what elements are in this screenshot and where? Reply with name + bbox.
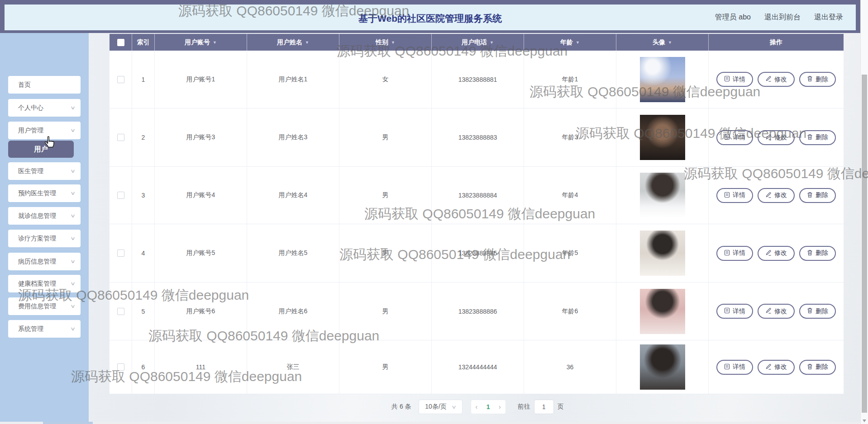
button-label: 删除 (816, 249, 828, 257)
chevron-down-icon: ∨ (70, 259, 76, 264)
delete-button[interactable]: 删除 (799, 130, 836, 145)
sidebar-item-9[interactable]: 费用信息管理∨ (8, 297, 81, 315)
delete-button[interactable]: 删除 (799, 304, 836, 319)
column-header-label: 用户电话 (462, 38, 487, 47)
column-header-5[interactable]: 年龄▼ (524, 34, 616, 51)
table-row: 3用户账号4用户姓名4男13823888884年龄4详情修改删除 (110, 167, 844, 224)
edit-icon (765, 307, 772, 315)
next-page-button[interactable]: › (499, 403, 501, 410)
button-label: 删除 (816, 133, 828, 141)
detail-icon (724, 363, 730, 371)
sidebar-item-1[interactable]: 个人中心∨ (8, 99, 81, 117)
cell-age: 年龄6 (524, 283, 616, 340)
delete-button[interactable]: 删除 (799, 360, 836, 375)
button-label: 删除 (816, 75, 828, 84)
chevron-down-icon: ∨ (70, 105, 76, 111)
pagination-bar: 共 6 条 10条/页 ∨ ‹ 1 › 前往 1 页 (391, 400, 564, 414)
cell-account: 用户账号6 (155, 283, 247, 340)
button-label: 详情 (733, 307, 745, 316)
edit-button[interactable]: 修改 (758, 188, 795, 203)
sidebar-item-7[interactable]: 病历信息管理∨ (8, 253, 81, 270)
logout-link[interactable]: 退出登录 (814, 13, 843, 22)
sidebar-submenu-user[interactable]: 用户 (8, 141, 74, 158)
horizontal-scrollbar[interactable] (0, 422, 860, 424)
exit-to-front-link[interactable]: 退出到前台 (764, 13, 801, 22)
detail-button[interactable]: 详情 (716, 360, 753, 375)
edit-button[interactable]: 修改 (758, 246, 795, 261)
cell-age: 36 (524, 340, 616, 394)
current-page-number[interactable]: 1 (486, 403, 490, 410)
column-header-label: 头像 (653, 38, 665, 47)
delete-button[interactable]: 删除 (799, 188, 836, 203)
detail-button[interactable]: 详情 (716, 188, 753, 203)
row-checkbox[interactable] (117, 76, 124, 83)
sidebar-item-label: 系统管理 (18, 325, 43, 333)
cell-avatar (616, 224, 709, 282)
column-header-6[interactable]: 头像▼ (616, 34, 709, 51)
column-header-3[interactable]: 性别▼ (339, 34, 432, 51)
sidebar-item-2[interactable]: 用户管理∨ (8, 122, 81, 139)
page-size-select[interactable]: 10条/页 ∨ (419, 400, 463, 414)
delete-button[interactable]: 删除 (799, 72, 836, 87)
edit-button[interactable]: 修改 (758, 130, 795, 145)
delete-icon (807, 307, 813, 315)
goto-page-input[interactable]: 1 (534, 400, 554, 414)
prev-page-button[interactable]: ‹ (475, 403, 477, 410)
delete-icon (807, 192, 813, 199)
edit-button[interactable]: 修改 (758, 360, 795, 375)
cell-name: 用户姓名1 (247, 51, 339, 108)
button-label: 修改 (774, 249, 787, 257)
horizontal-scrollbar-thumb[interactable] (43, 422, 93, 424)
sidebar-item-10[interactable]: 系统管理∨ (8, 320, 81, 338)
cell-avatar (616, 340, 709, 394)
chevron-down-icon: ∨ (70, 127, 76, 133)
column-header-2[interactable]: 用户姓名▼ (247, 34, 339, 51)
column-header-1[interactable]: 用户账号▼ (155, 34, 247, 51)
cell-account: 111 (155, 340, 247, 394)
detail-button[interactable]: 详情 (716, 304, 753, 319)
row-checkbox[interactable] (117, 363, 124, 371)
vertical-scrollbar[interactable] (860, 0, 868, 424)
sidebar-item-4[interactable]: 预约医生管理∨ (8, 184, 81, 202)
sidebar-item-5[interactable]: 就诊信息管理∨ (8, 207, 81, 225)
row-checkbox[interactable] (117, 250, 124, 257)
button-label: 删除 (816, 363, 828, 371)
cell-gender: 女 (339, 51, 432, 108)
detail-icon (724, 134, 730, 141)
select-all-checkbox[interactable] (117, 39, 124, 46)
cell-gender: 男 (339, 108, 432, 166)
delete-button[interactable]: 删除 (799, 246, 836, 261)
sidebar-item-8[interactable]: 健康档案管理∨ (8, 275, 81, 292)
column-header-4[interactable]: 用户电话▼ (432, 34, 524, 51)
detail-button[interactable]: 详情 (716, 72, 753, 87)
edit-icon (765, 363, 772, 371)
column-header-label: 操作 (770, 38, 782, 47)
sidebar-item-label: 预约医生管理 (18, 189, 56, 198)
detail-button[interactable]: 详情 (716, 246, 753, 261)
edit-button[interactable]: 修改 (758, 304, 795, 319)
vertical-scrollbar-thumb[interactable] (862, 75, 867, 413)
cell-avatar (616, 51, 709, 108)
cell-index: 5 (132, 283, 155, 340)
scrollbar-down-arrow-icon[interactable] (863, 419, 866, 422)
row-checkbox[interactable] (117, 308, 124, 315)
edit-button[interactable]: 修改 (758, 72, 795, 87)
users-table: 索引用户账号▼用户姓名▼性别▼用户电话▼年龄▼头像▼操作 1用户账号1用户姓名1… (110, 34, 844, 394)
avatar (640, 289, 685, 334)
sidebar-item-3[interactable]: 医生管理∨ (8, 162, 81, 180)
table-row: 2用户账号3用户姓名3男13823888883年龄3详情修改删除 (110, 108, 844, 167)
page-size-value: 10条/页 (425, 403, 446, 411)
detail-button[interactable]: 详情 (716, 130, 753, 145)
cell-age: 年龄4 (524, 167, 616, 224)
sidebar-item-0[interactable]: 首页 (8, 76, 81, 94)
column-header-label: 索引 (137, 38, 150, 47)
sidebar-item-6[interactable]: 诊疗方案管理∨ (8, 230, 81, 247)
column-header-label: 年龄 (560, 38, 573, 47)
sort-caret-icon: ▼ (490, 40, 494, 45)
cell-gender: 男 (339, 283, 432, 340)
row-checkbox[interactable] (117, 192, 124, 199)
sidebar-item-label: 医生管理 (18, 167, 43, 175)
top-navbar: 基于Web的社区医院管理服务系统 管理员 abo 退出到前台 退出登录 (0, 0, 860, 33)
cell-account: 用户账号1 (155, 51, 247, 108)
row-checkbox[interactable] (117, 134, 124, 141)
